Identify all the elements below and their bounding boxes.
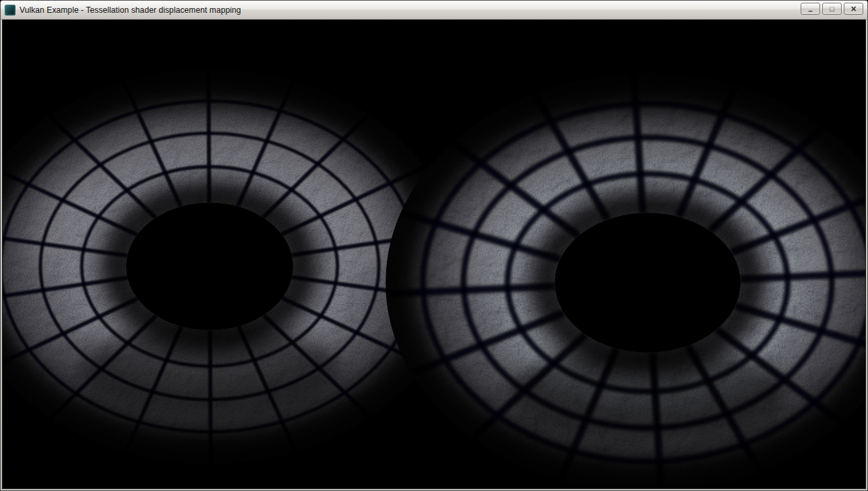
app-icon[interactable]: [5, 5, 16, 16]
window-title: Vulkan Example - Tessellation shader dis…: [20, 5, 241, 15]
minimize-icon: –: [808, 7, 813, 15]
maximize-icon: □: [830, 5, 834, 13]
close-icon: ×: [850, 4, 856, 13]
caption-buttons: – □ ×: [801, 1, 863, 15]
minimize-button[interactable]: –: [801, 3, 820, 15]
close-button[interactable]: ×: [844, 3, 863, 15]
maximize-button[interactable]: □: [822, 3, 842, 15]
titlebar[interactable]: Vulkan Example - Tessellation shader dis…: [1, 1, 867, 20]
render-viewport[interactable]: [2, 20, 866, 489]
app-window: Vulkan Example - Tessellation shader dis…: [0, 0, 868, 491]
render-canvas: [3, 20, 865, 488]
